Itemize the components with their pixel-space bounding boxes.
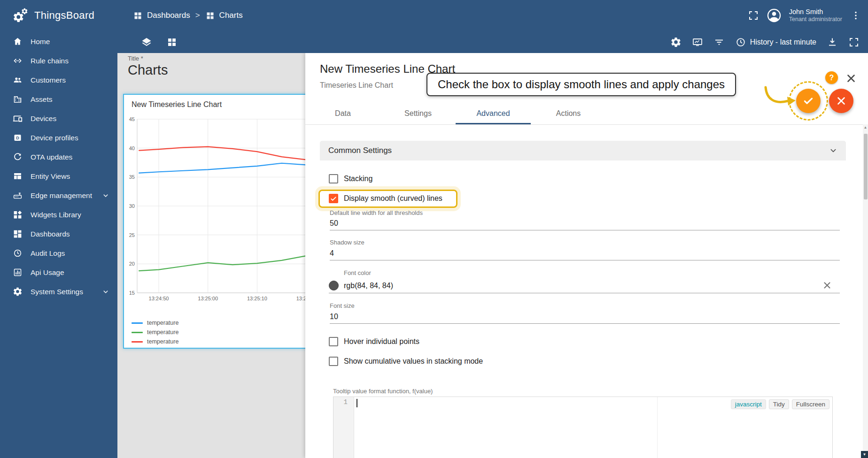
manage-layouts-icon[interactable] [141, 37, 152, 48]
top-bar: ThingsBoard Dashboards > Charts John Smi… [0, 0, 868, 31]
arrow-annotation [762, 86, 799, 109]
tab-data[interactable]: Data [305, 103, 380, 124]
toolbar-right-actions: History - last minute [670, 37, 860, 48]
legend-item[interactable]: temperature [132, 328, 178, 337]
stacking-checkbox[interactable] [329, 174, 338, 183]
manage-filters-icon[interactable] [713, 37, 725, 48]
apply-button[interactable] [796, 89, 821, 113]
sidebar-nav: HomeRule chainsCustomersAssetsDevicesDev… [0, 31, 117, 458]
sidebar-item-label: Audit Logs [31, 249, 65, 258]
customers-icon [13, 75, 23, 85]
chart-legend: temperaturetemperaturetemperature [132, 318, 178, 346]
sidebar-item-edge-management[interactable]: Edge management [0, 186, 117, 205]
smooth-lines-checkbox[interactable] [329, 194, 338, 203]
help-button[interactable]: ? [825, 71, 838, 84]
api-usage-icon [13, 267, 23, 277]
legend-item[interactable]: temperature [132, 337, 178, 346]
legend-item[interactable]: temperature [132, 318, 178, 328]
dashboard-title-label: Title * [128, 55, 143, 62]
sidebar-item-assets[interactable]: Assets [0, 90, 117, 109]
sidebar-item-dashboards[interactable]: Dashboards [0, 224, 117, 244]
sidebar-item-devices[interactable]: Devices [0, 109, 117, 128]
sidebar-item-api-usage[interactable]: Api Usage [0, 263, 117, 282]
common-settings-header[interactable]: Common Settings [320, 141, 846, 160]
thingsboard-logo[interactable]: ThingsBoard [11, 6, 94, 25]
shadow-size-input[interactable]: 4 [330, 249, 334, 258]
user-info[interactable]: John Smith Tenant administrator [789, 8, 842, 23]
sidebar-item-home[interactable]: Home [0, 32, 117, 51]
dashboard-icon [205, 11, 215, 21]
editor-fullscreen-button[interactable]: Fullscreen [792, 399, 829, 409]
tab-advanced[interactable]: Advanced [456, 103, 531, 124]
chevron-down-icon [828, 145, 838, 156]
clear-font-color-icon[interactable] [822, 280, 832, 290]
fullscreen-toggle-icon[interactable] [748, 10, 759, 21]
scroll-up-arrow[interactable]: ▲ [863, 124, 868, 131]
sidebar-item-entity-views[interactable]: Entity Views [0, 167, 117, 186]
sidebar-item-customers[interactable]: Customers [0, 70, 117, 90]
svg-text:13:24:50: 13:24:50 [149, 296, 169, 301]
sidebar-item-label: Api Usage [31, 268, 64, 277]
manage-states-icon[interactable] [166, 37, 178, 48]
close-icon[interactable] [845, 72, 857, 84]
avatar[interactable] [766, 8, 782, 23]
sidebar-item-widgets-library[interactable]: Widgets Library [0, 205, 117, 224]
download-icon[interactable] [827, 37, 838, 48]
font-color-input[interactable]: rgb(84, 84, 84) [344, 282, 393, 290]
tidy-button[interactable]: Tidy [769, 399, 789, 409]
breadcrumb-root-label: Dashboards [147, 11, 190, 20]
sidebar-item-rule-chains[interactable]: Rule chains [0, 51, 117, 70]
svg-text:13:25:10: 13:25:10 [247, 296, 267, 301]
topbar-actions: John Smith Tenant administrator [748, 0, 861, 31]
editor-print-margin [657, 397, 658, 458]
svg-text:20: 20 [129, 261, 135, 267]
check-icon [802, 95, 814, 107]
font-size-input[interactable]: 10 [330, 313, 338, 321]
sidebar-item-ota-updates[interactable]: OTA updates [0, 147, 117, 167]
cumulative-values-checkbox[interactable] [329, 357, 338, 366]
rule-chains-icon [13, 56, 23, 66]
sidebar-item-system-settings[interactable]: System Settings [0, 282, 117, 301]
dashboard-settings-icon[interactable] [670, 37, 682, 48]
tab-actions[interactable]: Actions [531, 103, 606, 124]
entity-aliases-icon[interactable] [692, 37, 703, 48]
scrollbar-thumb[interactable] [864, 134, 868, 199]
cumulative-values-label: Show cumulative values in stacking mode [344, 357, 483, 366]
hover-points-checkbox[interactable] [329, 337, 338, 346]
editor-caret [356, 399, 357, 407]
sidebar-item-label: Assets [31, 95, 53, 104]
tab-settings[interactable]: Settings [380, 103, 456, 124]
sidebar-item-audit-logs[interactable]: Audit Logs [0, 244, 117, 263]
svg-text:40: 40 [129, 145, 135, 151]
legend-label: temperature [147, 338, 178, 345]
shadow-size-underline [330, 260, 840, 260]
logo-gears-icon [11, 6, 30, 25]
widget-title: New Timeseries Line Chart [132, 100, 222, 109]
home-icon [13, 37, 23, 46]
sidebar-item-label: Widgets Library [31, 211, 81, 219]
code-editor[interactable]: 1 javascript Tidy Fullscreen [333, 397, 833, 458]
more-menu-icon[interactable] [850, 10, 861, 21]
color-swatch[interactable] [329, 281, 339, 290]
dashboard-title[interactable]: Charts [128, 62, 168, 78]
timewindow-clock-icon [735, 37, 746, 48]
editor-actions: javascript Tidy Fullscreen [731, 399, 829, 409]
breadcrumb-dashboards[interactable]: Dashboards [133, 11, 190, 21]
cancel-button[interactable] [829, 89, 853, 113]
sidebar-item-device-profiles[interactable]: Device profiles [0, 128, 117, 147]
line-width-input[interactable]: 50 [330, 219, 338, 228]
edge-management-icon [13, 191, 23, 200]
user-role: Tenant administrator [789, 16, 842, 23]
timewindow-button[interactable]: History - last minute [735, 37, 816, 48]
widgets-library-icon [13, 210, 23, 220]
panel-subtitle: Timeseries Line Chart [320, 81, 393, 90]
fullscreen-icon[interactable] [848, 37, 860, 48]
font-color-label: Font color [344, 269, 371, 276]
chevron-down-icon [101, 191, 110, 200]
devices-icon [13, 114, 23, 123]
language-badge: javascript [731, 399, 766, 409]
svg-text:13:25:00: 13:25:00 [198, 296, 218, 301]
scroll-down-corner[interactable]: ▼ [861, 451, 868, 458]
vertical-scrollbar[interactable]: ▲ [863, 124, 868, 451]
audit-logs-icon [13, 248, 23, 258]
